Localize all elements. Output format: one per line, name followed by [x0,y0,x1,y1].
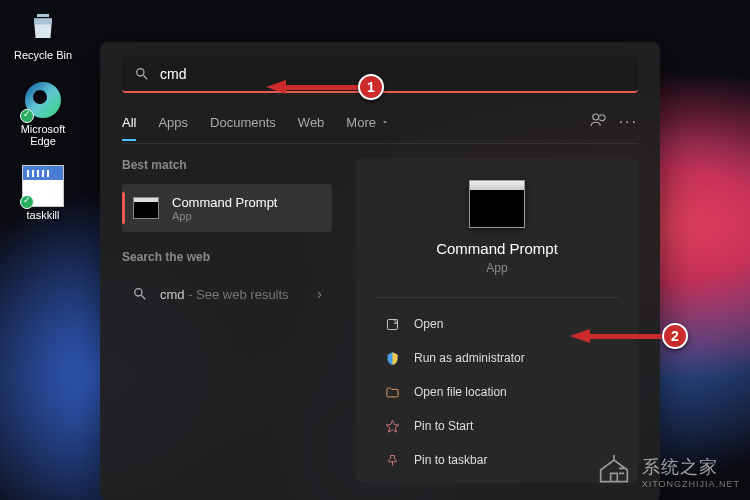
folder-icon [384,384,400,400]
desktop-icons-area: Recycle Bin Microsoft Edge taskkill [8,5,78,221]
more-options-icon[interactable]: ··· [619,113,638,131]
command-prompt-icon [469,180,525,228]
detail-panel: Command Prompt App Open Run as administr… [356,158,638,483]
detail-title: Command Prompt [436,240,558,257]
start-search-panel: All Apps Documents Web More ··· Best mat… [100,42,660,500]
action-pin-to-start[interactable]: Pin to Start [376,410,618,442]
web-result-text: cmd - See web results [160,287,305,302]
result-sub: App [172,210,322,222]
desktop-icon-label: taskkill [26,209,59,221]
watermark: 系统之家 XITONGZHIJIA.NET [594,452,740,492]
web-result-cmd[interactable]: cmd - See web results › [122,276,332,312]
svg-rect-0 [37,14,49,17]
svg-rect-2 [387,319,397,329]
action-run-as-admin[interactable]: Run as administrator [376,342,618,374]
open-icon [384,316,400,332]
tab-all[interactable]: All [122,115,136,130]
taskkill-shortcut[interactable]: taskkill [8,165,78,221]
recycle-bin-shortcut[interactable]: Recycle Bin [8,5,78,61]
pin-icon [384,418,400,434]
pin-icon [384,452,400,468]
search-icon [134,66,150,82]
shield-admin-icon [384,350,400,366]
edge-icon [22,79,64,121]
watermark-sub: XITONGZHIJIA.NET [642,479,740,489]
desktop-icon-label: Recycle Bin [14,49,72,61]
result-title: Command Prompt [172,195,322,210]
chevron-down-icon [380,117,390,127]
search-icon [132,286,148,302]
recycle-bin-icon [22,5,64,47]
divider [376,297,618,298]
detail-sub: App [486,261,507,275]
chevron-right-icon: › [317,286,322,302]
tab-more[interactable]: More [346,115,390,130]
search-input[interactable] [160,66,626,82]
filter-tabs: All Apps Documents Web More ··· [122,111,638,144]
action-open[interactable]: Open [376,308,618,340]
tab-apps[interactable]: Apps [158,115,188,130]
best-match-label: Best match [122,158,332,172]
action-pin-to-taskbar[interactable]: Pin to taskbar [376,444,618,476]
batch-file-icon [22,165,64,207]
tab-documents[interactable]: Documents [210,115,276,130]
edge-shortcut[interactable]: Microsoft Edge [8,79,78,147]
tab-web[interactable]: Web [298,115,325,130]
search-web-label: Search the web [122,250,332,264]
results-column: Best match Command Prompt App Search the… [100,158,346,483]
desktop-icon-label: Microsoft Edge [8,123,78,147]
watermark-main: 系统之家 [642,455,740,479]
watermark-logo-icon [594,452,634,492]
result-command-prompt[interactable]: Command Prompt App [122,184,332,232]
feedback-icon[interactable] [589,111,607,133]
action-open-file-location[interactable]: Open file location [376,376,618,408]
svg-point-1 [592,114,598,120]
search-box[interactable] [122,57,638,93]
command-prompt-icon [132,194,160,222]
